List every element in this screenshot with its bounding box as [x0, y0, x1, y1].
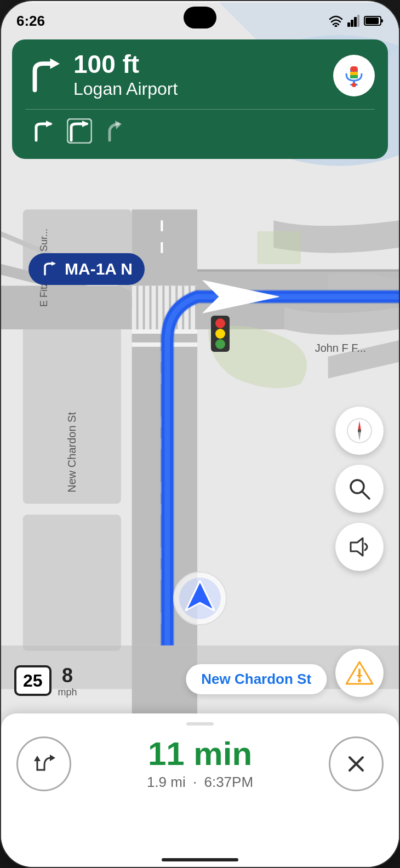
nav-buttons [335, 407, 384, 571]
drawer-content: 11 min 1.9 mi · 6:37PM [16, 736, 384, 791]
svg-point-44 [335, 25, 338, 27]
svg-rect-47 [354, 17, 357, 27]
svg-rect-22 [145, 285, 150, 329]
status-time: 6:26 [16, 13, 45, 30]
svg-rect-20 [132, 285, 136, 329]
svg-rect-45 [347, 22, 350, 27]
svg-marker-61 [82, 121, 89, 127]
mic-button[interactable] [333, 55, 375, 96]
svg-rect-48 [357, 15, 359, 27]
search-button[interactable] [335, 465, 384, 513]
svg-rect-59 [350, 75, 358, 78]
lane-3 [103, 118, 128, 144]
routes-button[interactable] [16, 736, 71, 791]
trip-dot-separator: · [193, 774, 197, 790]
current-speed: 8 mph [58, 664, 77, 697]
warning-button[interactable]: + [335, 649, 384, 697]
svg-rect-32 [257, 231, 301, 264]
svg-rect-21 [139, 285, 143, 329]
trip-info: 11 min 1.9 mi · 6:37PM [147, 738, 253, 791]
audio-button[interactable] [335, 523, 384, 571]
drawer-handle[interactable] [186, 722, 214, 726]
svg-marker-40 [52, 261, 56, 266]
search-icon [347, 477, 372, 501]
svg-marker-60 [46, 121, 53, 127]
traffic-light [207, 315, 234, 347]
svg-rect-31 [197, 270, 399, 272]
nav-distance: 100 ft [73, 52, 178, 77]
svg-marker-63 [115, 121, 122, 129]
compass-icon [346, 418, 373, 444]
close-icon [344, 752, 368, 776]
routes-icon [29, 749, 59, 779]
route-label[interactable]: MA-1A N [28, 253, 145, 285]
svg-marker-76 [50, 755, 55, 761]
svg-rect-57 [350, 66, 358, 72]
mic-icon [342, 64, 365, 87]
trip-time: 11 min [147, 738, 253, 770]
compass-button[interactable] [335, 407, 384, 455]
svg-point-37 [215, 318, 225, 328]
nav-banner: 100 ft Logan Airport [12, 39, 388, 159]
nav-destination: Logan Airport [73, 79, 178, 99]
home-indicator [162, 858, 238, 861]
svg-rect-46 [351, 20, 353, 27]
current-street-pill[interactable]: New Chardon St [186, 664, 327, 694]
svg-text:+: + [356, 670, 363, 682]
warning-icon: + [345, 660, 374, 686]
status-icons [329, 15, 384, 27]
svg-point-39 [215, 339, 225, 349]
trip-distance: 1.9 mi [147, 774, 186, 790]
speed-limit-number: 25 [23, 672, 43, 689]
battery-icon [364, 15, 384, 26]
svg-rect-58 [350, 72, 358, 75]
street-label-chardon: New Chardon St [66, 412, 78, 493]
lane-2 [67, 118, 92, 144]
svg-line-69 [362, 492, 369, 499]
svg-point-38 [215, 329, 225, 339]
svg-rect-51 [381, 19, 383, 22]
trip-eta: 6:37PM [204, 774, 253, 790]
speed-unit: mph [58, 687, 77, 697]
svg-rect-4 [23, 515, 121, 651]
svg-marker-52 [50, 58, 60, 68]
status-notch [184, 7, 216, 28]
current-street-text: New Chardon St [201, 671, 311, 687]
svg-point-67 [358, 429, 361, 432]
audio-icon [347, 535, 372, 559]
trip-details: 1.9 mi · 6:37PM [147, 774, 253, 791]
svg-point-56 [352, 83, 356, 87]
speed-display: 25 25 8 mph [14, 664, 77, 697]
phone-frame: MA-1A N New Chardon St E Fitzgerald Sur.… [0, 0, 400, 868]
svg-rect-24 [158, 285, 162, 329]
svg-marker-70 [351, 538, 363, 556]
nav-turn-arrow [25, 56, 64, 95]
status-bar: 6:26 [1, 1, 399, 34]
svg-rect-50 [365, 18, 379, 24]
close-button[interactable] [329, 736, 384, 791]
bottom-drawer: 11 min 1.9 mi · 6:37PM [1, 713, 399, 867]
wifi-icon [329, 15, 343, 27]
signal-icon [347, 15, 359, 27]
current-location-marker [173, 571, 227, 626]
svg-rect-23 [151, 285, 156, 329]
speed-limit-display: 25 [14, 665, 52, 696]
turn-right-icon [41, 260, 58, 278]
speed-number: 8 [62, 664, 73, 687]
lane-1 [31, 118, 56, 144]
route-label-text: MA-1A N [65, 260, 133, 278]
street-label-john: John F F... [315, 342, 366, 355]
svg-marker-75 [34, 756, 41, 761]
nav-lanes [25, 109, 375, 144]
